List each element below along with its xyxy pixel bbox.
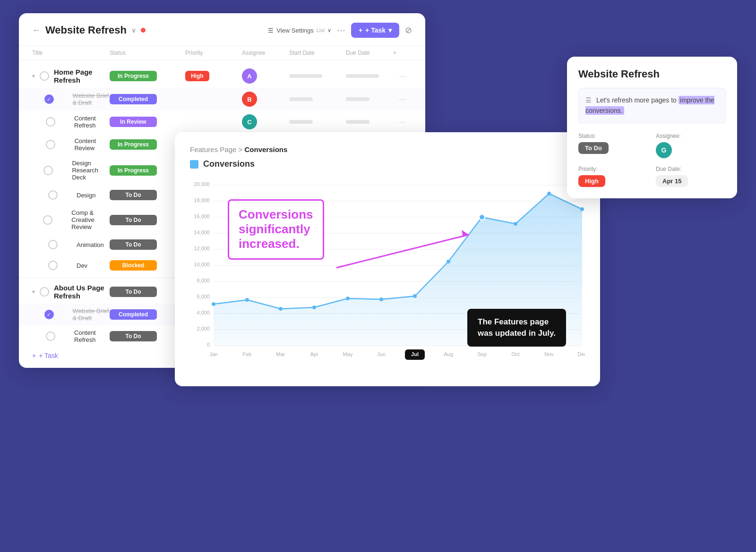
conversions-annotation: Conversions significantly increased. xyxy=(228,199,324,260)
avatar: C xyxy=(242,114,257,129)
status-badge: In Progress xyxy=(110,71,157,81)
view-settings-button[interactable]: ☰ View Settings List ∨ xyxy=(268,27,331,34)
task-checkbox[interactable] xyxy=(40,287,49,297)
due-date-cell xyxy=(346,74,393,78)
status-cell: To Do xyxy=(110,287,185,297)
chevron-down-icon: ∨ xyxy=(327,27,331,34)
task-name-cell: Design Research Deck xyxy=(32,160,110,181)
task-name-cell: ▾ About Us Page Refresh xyxy=(32,284,110,300)
task-checkbox[interactable] xyxy=(43,215,52,225)
assignee-cell: B xyxy=(242,92,289,107)
due-date-cell xyxy=(346,120,393,124)
status-meta-label: Status: xyxy=(578,133,648,139)
annotation-line2: significantly xyxy=(239,222,310,236)
start-date-cell xyxy=(289,97,346,101)
table-row[interactable]: Content Refresh In Review C ⋯ xyxy=(19,110,425,133)
breadcrumb-separator: > xyxy=(239,145,245,153)
add-task-button[interactable]: + + Task ▾ xyxy=(351,23,399,38)
svg-text:4,000: 4,000 xyxy=(197,310,210,315)
svg-text:16,000: 16,000 xyxy=(194,213,210,219)
status-cell: To Do xyxy=(110,331,185,341)
assignee-meta-value: G xyxy=(656,142,726,158)
task-name: Home Page Refresh xyxy=(54,68,110,84)
status-meta: Status: To Do xyxy=(578,133,648,158)
assignee-meta-label: Assignee: xyxy=(656,133,726,139)
task-checkbox[interactable] xyxy=(43,166,53,175)
svg-text:10,000: 10,000 xyxy=(194,262,210,267)
status-cell: In Progress xyxy=(110,165,185,176)
status-cell: To Do xyxy=(110,215,185,225)
svg-text:6,000: 6,000 xyxy=(197,294,210,299)
task-name-cell: ✓ Website Brief & Draft xyxy=(32,92,110,106)
task-name: Design Research Deck xyxy=(58,160,110,181)
features-annotation-line2: was updated in July. xyxy=(478,329,556,338)
priority-badge: High xyxy=(185,71,209,81)
svg-text:Oct: Oct xyxy=(511,351,519,357)
svg-point-40 xyxy=(379,297,383,301)
row-more-button[interactable]: ⋯ xyxy=(393,72,412,81)
priority-cell: High xyxy=(185,71,242,81)
svg-point-37 xyxy=(279,307,283,311)
title-chevron-icon[interactable]: ∨ xyxy=(131,26,136,34)
row-more-button[interactable]: ⋯ xyxy=(393,118,412,127)
back-arrow-icon[interactable]: ← xyxy=(32,25,41,35)
add-col-icon[interactable]: + xyxy=(393,50,412,56)
svg-text:Feb: Feb xyxy=(243,351,252,357)
features-annotation: The Features page was updated in July. xyxy=(467,309,566,347)
table-row[interactable]: ✓ Website Brief & Draft Completed B ⋯ xyxy=(19,88,425,110)
svg-point-38 xyxy=(312,306,316,309)
task-checkbox[interactable] xyxy=(46,331,55,341)
status-badge: Completed xyxy=(110,309,157,320)
status-cell: Completed xyxy=(110,309,185,320)
expand-icon[interactable]: ▾ xyxy=(32,289,35,295)
chart-color-indicator xyxy=(190,160,198,169)
table-row[interactable]: ▾ Home Page Refresh In Progress High A ⋯ xyxy=(19,64,425,88)
task-checkbox[interactable]: ✓ xyxy=(44,310,54,319)
breadcrumb-child: Conversions xyxy=(245,145,288,153)
task-checkbox[interactable] xyxy=(48,240,58,249)
more-options-button[interactable]: ⋯ xyxy=(337,25,345,35)
due-date-meta-value: Apr 15 xyxy=(656,175,726,187)
task-name-cell: Animation xyxy=(32,240,110,249)
status-meta-badge: To Do xyxy=(578,142,609,154)
start-date-cell xyxy=(289,120,346,124)
task-checkbox[interactable] xyxy=(46,117,55,127)
task-checkbox[interactable] xyxy=(40,71,49,81)
task-checkbox[interactable]: ✓ xyxy=(44,94,54,104)
task-name-cell: Content Refresh xyxy=(32,115,110,129)
detail-title: Website Refresh xyxy=(578,68,726,80)
svg-text:Jul: Jul xyxy=(411,351,419,357)
due-date-meta: Due Date: Apr 15 xyxy=(656,166,726,187)
svg-point-35 xyxy=(212,302,215,306)
chart-title: Conversions xyxy=(203,159,255,169)
task-name-cell: Dev xyxy=(32,261,110,270)
task-checkbox[interactable] xyxy=(48,190,58,200)
breadcrumb-parent: Features Page xyxy=(190,145,236,153)
chart-title-row: Conversions xyxy=(190,159,585,169)
status-badge: To Do xyxy=(110,215,157,225)
status-cell: To Do xyxy=(110,239,185,250)
title-col-header: Title xyxy=(32,50,110,56)
status-badge: Blocked xyxy=(110,260,157,271)
due-date-meta-label: Due Date: xyxy=(656,166,726,172)
breadcrumb: Features Page > Conversions xyxy=(190,145,585,153)
task-name-cell: Content Refresh xyxy=(32,329,110,343)
filter-button[interactable]: ⊘ xyxy=(405,25,412,35)
status-badge: To Do xyxy=(110,239,157,250)
task-checkbox[interactable] xyxy=(46,140,55,149)
priority-meta-label: Priority: xyxy=(578,166,648,172)
column-headers: Title Status Priority Assignee Start Dat… xyxy=(19,46,425,60)
status-cell: To Do xyxy=(110,190,185,200)
expand-icon[interactable]: ▾ xyxy=(32,73,35,79)
task-checkbox[interactable] xyxy=(48,261,58,270)
priority-meta: Priority: High xyxy=(578,166,648,187)
task-name: Animation xyxy=(62,241,104,248)
svg-text:Jun: Jun xyxy=(377,351,386,357)
svg-text:Dec: Dec xyxy=(577,351,585,357)
row-more-button[interactable]: ⋯ xyxy=(393,95,412,104)
status-cell: In Progress xyxy=(110,139,185,150)
status-meta-value: To Do xyxy=(578,142,648,154)
svg-text:0: 0 xyxy=(207,342,210,348)
notification-dot xyxy=(141,28,146,33)
svg-text:Apr: Apr xyxy=(310,351,318,357)
